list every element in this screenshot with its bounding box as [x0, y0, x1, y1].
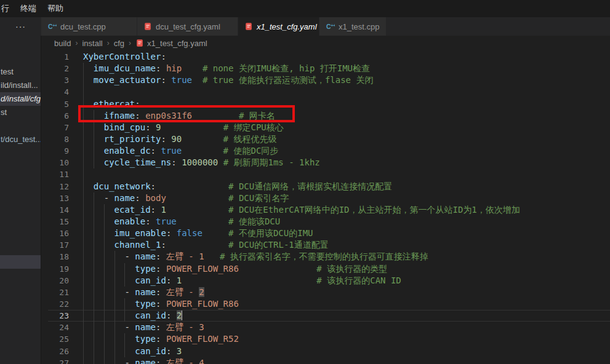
code-line-27[interactable]: 27 - name: 左臂 - 4 [48, 357, 610, 364]
line-number: 23 [48, 310, 69, 322]
line-number: 17 [48, 239, 69, 251]
code-line-21[interactable]: 21 - name: 左臂 - 2 [48, 287, 610, 298]
token [166, 193, 228, 203]
code-line-24[interactable]: 24 - name: 左臂 - 3 [48, 322, 610, 333]
code-line-1[interactable]: 1XyberController: [48, 51, 610, 63]
code-editor[interactable]: 1XyberController:2 imu_dcu_name: hip # n… [48, 51, 610, 364]
token: true [156, 216, 177, 226]
code-text: enable_dc: true # 使能DC同步 [83, 145, 278, 157]
indent-guide [83, 168, 84, 180]
yaml-file-icon [244, 22, 253, 31]
line-number: 21 [48, 287, 69, 298]
indent-guide [124, 275, 125, 287]
indent-guide [83, 263, 84, 275]
line-number: 2 [48, 63, 69, 74]
breadcrumb-file[interactable]: x1_test_cfg.yaml [147, 39, 207, 48]
code-line-10[interactable]: 10 cycle_time_ns: 1000000 # 刷新周期1ms - 1k… [48, 157, 610, 168]
token [140, 111, 145, 121]
tab-overflow-ellipsis[interactable]: ··· [0, 17, 41, 36]
code-line-6[interactable]: 6 ifname: enp0s31f6 # 网卡名 [48, 110, 610, 122]
line-number: 18 [48, 251, 69, 263]
code-line-5[interactable]: 5 ethercat: [48, 98, 610, 110]
menu-item-终端[interactable]: 终端 [15, 3, 42, 14]
token: channel_1 [114, 240, 161, 250]
code-text: type: POWER_FLOW_R86 # 该执行器的类型 [83, 263, 387, 275]
token [239, 264, 316, 274]
token: : [145, 122, 150, 132]
code-text: rt_priority: 90 # 线程优先级 [83, 133, 276, 145]
code-line-7[interactable]: 7 bind_cpu: 9 # 绑定CPU核心 [48, 122, 610, 133]
tab-dcu_test.cpp[interactable]: C++dcu_test.cpp [41, 17, 137, 36]
indent-guide [83, 145, 84, 157]
token: - [104, 193, 114, 203]
token: 左臂 - 3 [166, 322, 204, 332]
breadcrumb-item-install[interactable]: install [82, 39, 102, 48]
token [83, 75, 94, 85]
code-line-25[interactable]: 25 type: POWER_FLOW_R52 [48, 333, 610, 345]
indent-guide [94, 263, 94, 275]
indent-guide [83, 322, 84, 333]
code-line-11[interactable]: 11 [48, 168, 610, 180]
code-text: can_id: 2 [83, 310, 182, 322]
token: # 执行器索引名字，不需要控制的执行器可直接注释掉 [220, 251, 428, 261]
indent-guide [94, 287, 94, 298]
tab-dcu_test_cfg.yaml[interactable]: dcu_test_cfg.yaml [137, 17, 238, 36]
code-line-13[interactable]: 13 - name: body # DCU索引名字 [48, 192, 610, 204]
code-line-26[interactable]: 26 can_id: 3 [48, 346, 610, 357]
code-line-2[interactable]: 2 imu_dcu_name: hip # none 关闭IMU检查, hip … [48, 63, 610, 74]
token: name [135, 358, 156, 364]
code-line-17[interactable]: 17 channel_1: # DCU的CTRL-1通道配置 [48, 239, 610, 251]
code-line-4[interactable]: 4 [48, 86, 610, 98]
code-line-8[interactable]: 8 rt_priority: 90 # 线程优先级 [48, 133, 610, 145]
sidebar-item-t/dcu_test...[interactable]: t/dcu_test... [0, 133, 41, 146]
code-line-22[interactable]: 22 type: POWER_FLOW_R86 [48, 298, 610, 310]
tab-x1_test_cfg.yaml[interactable]: x1_test_cfg.yaml× [238, 17, 319, 36]
sidebar-item-ild/install...[interactable]: ild/install... [0, 79, 41, 92]
breadcrumb-item-cfg[interactable]: cfg [114, 39, 124, 48]
token: can_id [135, 311, 166, 320]
code-line-14[interactable]: 14 ecat_id: 1 # DCU在EtherCAT网络中的ID，从主站开始… [48, 204, 610, 216]
token: : [151, 181, 156, 191]
breadcrumb-item-build[interactable]: build [54, 39, 71, 48]
code-line-16[interactable]: 16 imu_enable: false # 不使用该DCU的IMU [48, 228, 610, 239]
code-line-9[interactable]: 9 enable_dc: true # 使能DC同步 [48, 145, 610, 157]
sidebar-item-d/install/cfg[interactable]: d/install/cfg [0, 92, 41, 106]
tab-label: x1_test_cfg.yaml [257, 22, 317, 31]
token: dcu_network [94, 181, 151, 191]
token [192, 111, 239, 121]
breadcrumb-separator: › [75, 39, 78, 47]
indent-guide [124, 346, 125, 357]
token: # 该执行器的类型 [316, 264, 387, 274]
sidebar-item-empty-5[interactable] [0, 255, 41, 269]
code-line-23[interactable]: 23 can_id: 2 [48, 310, 610, 322]
code-line-12[interactable]: 12 dcu_network: # DCU通信网络，请根据实机连接情况配置 [48, 181, 610, 192]
token: 1 [177, 275, 182, 285]
indent-guide [83, 63, 84, 74]
sidebar-item-test[interactable]: test [0, 65, 41, 79]
line-number: 27 [48, 357, 69, 364]
indent-guide [83, 110, 84, 122]
line-number: 4 [48, 86, 69, 98]
token: ecat_id [114, 205, 151, 215]
tab-x1_test.cpp[interactable]: C++x1_test.cpp [319, 17, 387, 36]
cpp-file-icon: C++ [47, 22, 57, 31]
code-line-18[interactable]: 18 - name: 左臂 - 1 # 执行器索引名字，不需要控制的执行器可直接… [48, 251, 610, 263]
token: false [177, 228, 203, 238]
token [182, 134, 223, 144]
token: # 网卡名 [239, 111, 275, 121]
token [83, 264, 135, 274]
code-line-20[interactable]: 20 can_id: 1 # 该执行器的CAN ID [48, 275, 610, 287]
menu-item-行[interactable]: 行 [0, 3, 15, 14]
token: type [135, 299, 156, 309]
code-line-19[interactable]: 19 type: POWER_FLOW_R86 # 该执行器的类型 [48, 263, 610, 275]
token: type [135, 264, 156, 274]
code-line-15[interactable]: 15 enable: true # 使能该DCU [48, 216, 610, 228]
line-number: 19 [48, 263, 69, 275]
code-text: type: POWER_FLOW_R86 [83, 298, 239, 310]
indent-guide [83, 275, 84, 287]
code-line-3[interactable]: 3 move_actuator: true # true 使能执行器运动测试，f… [48, 74, 610, 86]
sidebar-item-st[interactable]: st [0, 106, 41, 119]
indent-guide [83, 192, 84, 204]
menu-item-帮助[interactable]: 帮助 [42, 3, 69, 14]
indent-guide [94, 298, 94, 310]
